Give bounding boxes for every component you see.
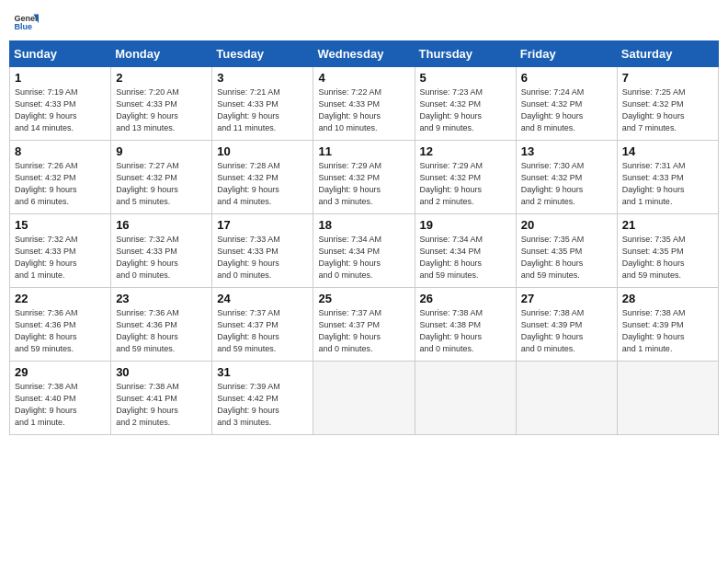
day-number: 24 <box>217 292 308 305</box>
day-number: 4 <box>318 71 409 85</box>
calendar-cell: 19Sunrise: 7:34 AMSunset: 4:34 PMDayligh… <box>415 214 516 288</box>
day-number: 17 <box>217 218 308 232</box>
calendar-cell: 28Sunrise: 7:38 AMSunset: 4:39 PMDayligh… <box>617 288 718 362</box>
day-number: 31 <box>217 365 308 379</box>
day-number: 3 <box>217 71 308 85</box>
day-number: 14 <box>622 144 713 158</box>
day-number: 1 <box>15 71 106 85</box>
page-header: General Blue <box>9 9 719 35</box>
day-number: 9 <box>116 144 207 158</box>
day-number: 10 <box>217 144 308 158</box>
calendar-cell <box>313 362 415 435</box>
day-info: Sunrise: 7:26 AMSunset: 4:32 PMDaylight:… <box>15 160 106 208</box>
col-header-wednesday: Wednesday <box>313 41 415 67</box>
day-info: Sunrise: 7:29 AMSunset: 4:32 PMDaylight:… <box>420 160 511 208</box>
day-info: Sunrise: 7:21 AMSunset: 4:33 PMDaylight:… <box>217 86 308 134</box>
col-header-saturday: Saturday <box>617 41 718 67</box>
day-number: 12 <box>420 144 511 158</box>
day-number: 13 <box>521 144 612 158</box>
calendar-cell: 31Sunrise: 7:39 AMSunset: 4:42 PMDayligh… <box>212 362 313 435</box>
calendar-cell: 14Sunrise: 7:31 AMSunset: 4:33 PMDayligh… <box>617 141 718 214</box>
col-header-tuesday: Tuesday <box>212 41 313 67</box>
calendar-cell: 16Sunrise: 7:32 AMSunset: 4:33 PMDayligh… <box>111 214 212 288</box>
day-info: Sunrise: 7:38 AMSunset: 4:39 PMDaylight:… <box>521 307 612 355</box>
calendar-cell: 30Sunrise: 7:38 AMSunset: 4:41 PMDayligh… <box>111 362 212 435</box>
day-number: 6 <box>521 71 612 85</box>
week-row-1: 1Sunrise: 7:19 AMSunset: 4:33 PMDaylight… <box>10 67 719 141</box>
calendar-cell: 7Sunrise: 7:25 AMSunset: 4:32 PMDaylight… <box>617 67 718 141</box>
day-number: 23 <box>116 292 207 305</box>
calendar-cell: 17Sunrise: 7:33 AMSunset: 4:33 PMDayligh… <box>212 214 313 288</box>
day-info: Sunrise: 7:38 AMSunset: 4:40 PMDaylight:… <box>15 381 106 429</box>
calendar-cell: 21Sunrise: 7:35 AMSunset: 4:35 PMDayligh… <box>617 214 718 288</box>
calendar-cell: 29Sunrise: 7:38 AMSunset: 4:40 PMDayligh… <box>10 362 111 435</box>
day-info: Sunrise: 7:34 AMSunset: 4:34 PMDaylight:… <box>420 234 511 282</box>
col-header-friday: Friday <box>516 41 617 67</box>
header-row: SundayMondayTuesdayWednesdayThursdayFrid… <box>10 41 719 67</box>
col-header-monday: Monday <box>111 41 212 67</box>
calendar-cell: 8Sunrise: 7:26 AMSunset: 4:32 PMDaylight… <box>10 141 111 214</box>
day-info: Sunrise: 7:35 AMSunset: 4:35 PMDaylight:… <box>622 234 713 282</box>
week-row-2: 8Sunrise: 7:26 AMSunset: 4:32 PMDaylight… <box>10 141 719 214</box>
calendar-cell: 12Sunrise: 7:29 AMSunset: 4:32 PMDayligh… <box>415 141 516 214</box>
day-number: 27 <box>521 292 612 305</box>
calendar-cell: 23Sunrise: 7:36 AMSunset: 4:36 PMDayligh… <box>111 288 212 362</box>
calendar-cell: 6Sunrise: 7:24 AMSunset: 4:32 PMDaylight… <box>516 67 617 141</box>
day-info: Sunrise: 7:34 AMSunset: 4:34 PMDaylight:… <box>318 234 409 282</box>
calendar-cell <box>415 362 516 435</box>
day-info: Sunrise: 7:24 AMSunset: 4:32 PMDaylight:… <box>521 86 612 134</box>
day-info: Sunrise: 7:37 AMSunset: 4:37 PMDaylight:… <box>318 307 409 355</box>
calendar-cell: 1Sunrise: 7:19 AMSunset: 4:33 PMDaylight… <box>10 67 111 141</box>
calendar-cell: 3Sunrise: 7:21 AMSunset: 4:33 PMDaylight… <box>212 67 313 141</box>
day-info: Sunrise: 7:36 AMSunset: 4:36 PMDaylight:… <box>116 307 207 355</box>
calendar-cell: 11Sunrise: 7:29 AMSunset: 4:32 PMDayligh… <box>313 141 415 214</box>
day-info: Sunrise: 7:19 AMSunset: 4:33 PMDaylight:… <box>15 86 106 134</box>
day-number: 11 <box>318 144 409 158</box>
day-number: 26 <box>420 292 511 305</box>
day-number: 16 <box>116 218 207 232</box>
day-number: 19 <box>420 218 511 232</box>
calendar-cell: 5Sunrise: 7:23 AMSunset: 4:32 PMDaylight… <box>415 67 516 141</box>
day-info: Sunrise: 7:32 AMSunset: 4:33 PMDaylight:… <box>15 234 106 282</box>
day-number: 15 <box>15 218 106 232</box>
day-info: Sunrise: 7:35 AMSunset: 4:35 PMDaylight:… <box>521 234 612 282</box>
col-header-sunday: Sunday <box>10 41 111 67</box>
day-info: Sunrise: 7:38 AMSunset: 4:41 PMDaylight:… <box>116 381 207 429</box>
logo: General Blue <box>13 9 40 35</box>
week-row-3: 15Sunrise: 7:32 AMSunset: 4:33 PMDayligh… <box>10 214 719 288</box>
day-number: 20 <box>521 218 612 232</box>
svg-text:Blue: Blue <box>14 22 32 31</box>
day-number: 22 <box>15 292 106 305</box>
calendar-cell: 13Sunrise: 7:30 AMSunset: 4:32 PMDayligh… <box>516 141 617 214</box>
day-number: 25 <box>318 292 409 305</box>
calendar-cell: 15Sunrise: 7:32 AMSunset: 4:33 PMDayligh… <box>10 214 111 288</box>
day-info: Sunrise: 7:29 AMSunset: 4:32 PMDaylight:… <box>318 160 409 208</box>
week-row-4: 22Sunrise: 7:36 AMSunset: 4:36 PMDayligh… <box>10 288 719 362</box>
logo-icon: General Blue <box>13 9 39 35</box>
day-number: 5 <box>420 71 511 85</box>
day-info: Sunrise: 7:22 AMSunset: 4:33 PMDaylight:… <box>318 86 409 134</box>
calendar-cell: 10Sunrise: 7:28 AMSunset: 4:32 PMDayligh… <box>212 141 313 214</box>
calendar-table: SundayMondayTuesdayWednesdayThursdayFrid… <box>9 40 719 435</box>
calendar-cell: 20Sunrise: 7:35 AMSunset: 4:35 PMDayligh… <box>516 214 617 288</box>
calendar-cell: 27Sunrise: 7:38 AMSunset: 4:39 PMDayligh… <box>516 288 617 362</box>
day-info: Sunrise: 7:36 AMSunset: 4:36 PMDaylight:… <box>15 307 106 355</box>
day-info: Sunrise: 7:30 AMSunset: 4:32 PMDaylight:… <box>521 160 612 208</box>
day-number: 29 <box>15 365 106 379</box>
calendar-cell: 26Sunrise: 7:38 AMSunset: 4:38 PMDayligh… <box>415 288 516 362</box>
calendar-cell <box>617 362 718 435</box>
day-info: Sunrise: 7:20 AMSunset: 4:33 PMDaylight:… <box>116 86 207 134</box>
calendar-cell: 22Sunrise: 7:36 AMSunset: 4:36 PMDayligh… <box>10 288 111 362</box>
col-header-thursday: Thursday <box>415 41 516 67</box>
calendar-cell: 9Sunrise: 7:27 AMSunset: 4:32 PMDaylight… <box>111 141 212 214</box>
calendar-cell: 4Sunrise: 7:22 AMSunset: 4:33 PMDaylight… <box>313 67 415 141</box>
day-info: Sunrise: 7:33 AMSunset: 4:33 PMDaylight:… <box>217 234 308 282</box>
calendar-cell: 2Sunrise: 7:20 AMSunset: 4:33 PMDaylight… <box>111 67 212 141</box>
day-info: Sunrise: 7:25 AMSunset: 4:32 PMDaylight:… <box>622 86 713 134</box>
day-info: Sunrise: 7:32 AMSunset: 4:33 PMDaylight:… <box>116 234 207 282</box>
calendar-cell: 25Sunrise: 7:37 AMSunset: 4:37 PMDayligh… <box>313 288 415 362</box>
week-row-5: 29Sunrise: 7:38 AMSunset: 4:40 PMDayligh… <box>10 362 719 435</box>
day-number: 18 <box>318 218 409 232</box>
day-info: Sunrise: 7:38 AMSunset: 4:38 PMDaylight:… <box>420 307 511 355</box>
day-info: Sunrise: 7:39 AMSunset: 4:42 PMDaylight:… <box>217 381 308 429</box>
